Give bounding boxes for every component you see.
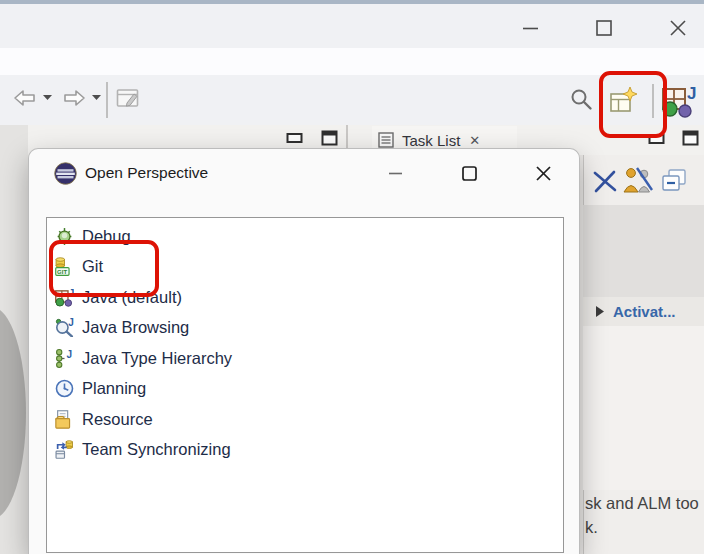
deactivate-task-button[interactable] (592, 167, 618, 195)
view-maximize-button[interactable] (321, 130, 338, 146)
java-perspective-button[interactable]: J (661, 83, 704, 119)
left-background-strip (0, 125, 28, 554)
svg-text:J: J (687, 84, 696, 103)
panel-background-lower (583, 326, 704, 490)
maximize-icon (462, 166, 477, 181)
last-edit-location-icon (116, 84, 144, 110)
window-close-button[interactable] (664, 14, 692, 42)
toolbar-separator (106, 82, 108, 118)
perspective-icon (55, 410, 74, 429)
dialog-minimize-button[interactable] (381, 159, 409, 187)
search-icon (569, 87, 595, 113)
dialog-titlebar[interactable]: Open Perspective (29, 149, 579, 197)
collapse-all-button[interactable] (660, 168, 688, 194)
last-edit-location-button[interactable] (116, 84, 144, 110)
perspective-item-label: Java Browsing (82, 318, 189, 337)
annotation-open-perspective-button (599, 71, 667, 138)
perspective-item-java-type-hierarchy[interactable]: Java Type Hierarchy (47, 343, 563, 374)
perspective-icon (55, 379, 74, 398)
panel-background-band (583, 205, 704, 297)
task-list-icon (378, 132, 395, 149)
eclipse-logo-icon (54, 162, 77, 185)
perspective-icon (55, 349, 74, 368)
perspective-item-label: Team Synchronizing (82, 440, 231, 459)
view-minimize-icon (286, 132, 303, 144)
collapse-all-icon (660, 168, 688, 194)
close-icon (536, 166, 551, 181)
forward-dropdown-icon[interactable] (91, 94, 102, 101)
dialog-maximize-button[interactable] (455, 159, 483, 187)
annotation-git-perspective-item (49, 240, 159, 297)
view-maximize-button-right[interactable] (682, 130, 699, 146)
window-maximize-button[interactable] (590, 14, 618, 42)
maximize-icon (596, 20, 612, 36)
forward-arrow-icon (61, 87, 87, 109)
perspective-item-team-sync[interactable]: Team Synchronizing (47, 435, 563, 466)
perspective-item-label: Java Type Hierarchy (82, 349, 232, 368)
window-minimize-button[interactable] (516, 14, 544, 42)
focus-on-workweek-button[interactable] (621, 165, 654, 195)
view-minimize-button[interactable] (286, 132, 303, 144)
perspective-item-java-browsing[interactable]: Java Browsing (47, 313, 563, 344)
menu-bar (0, 48, 704, 75)
perspective-item-planning[interactable]: Planning (47, 374, 563, 405)
expand-arrow-icon (595, 305, 605, 318)
activate-item-label: Activat... (613, 303, 676, 320)
tab-task-list-label: Task List (402, 132, 460, 149)
back-dropdown-icon[interactable] (42, 94, 53, 101)
dialog-close-button[interactable] (529, 159, 557, 187)
view-maximize-icon (682, 130, 699, 146)
minimize-icon (523, 27, 538, 30)
perspective-item-label: Resource (82, 410, 153, 429)
back-button[interactable] (12, 87, 38, 109)
deactivate-task-icon (592, 167, 618, 195)
forward-button[interactable] (61, 87, 87, 109)
activate-tree-item[interactable]: Activat... (583, 297, 704, 326)
minimize-icon (389, 172, 402, 175)
perspective-icon (55, 318, 74, 337)
perspective-item-label: Planning (82, 379, 146, 398)
welcome-text-line2: k. (585, 518, 704, 537)
search-button[interactable] (569, 87, 595, 113)
background-artifact (0, 307, 26, 519)
perspective-icon (55, 440, 74, 459)
window-titlebar (0, 4, 704, 48)
perspective-item-resource[interactable]: Resource (47, 404, 563, 435)
dialog-title: Open Perspective (85, 164, 208, 182)
welcome-text-line1: sk and ALM too (585, 494, 704, 513)
tab-close-icon[interactable]: ✕ (469, 133, 480, 148)
open-perspective-dialog: Open Perspective Debug Git Java (default… (28, 148, 580, 554)
java-perspective-icon: J (661, 83, 704, 119)
close-icon (670, 20, 686, 36)
back-arrow-icon (12, 87, 38, 109)
focus-on-workweek-icon (621, 165, 654, 195)
view-maximize-icon (321, 130, 338, 146)
